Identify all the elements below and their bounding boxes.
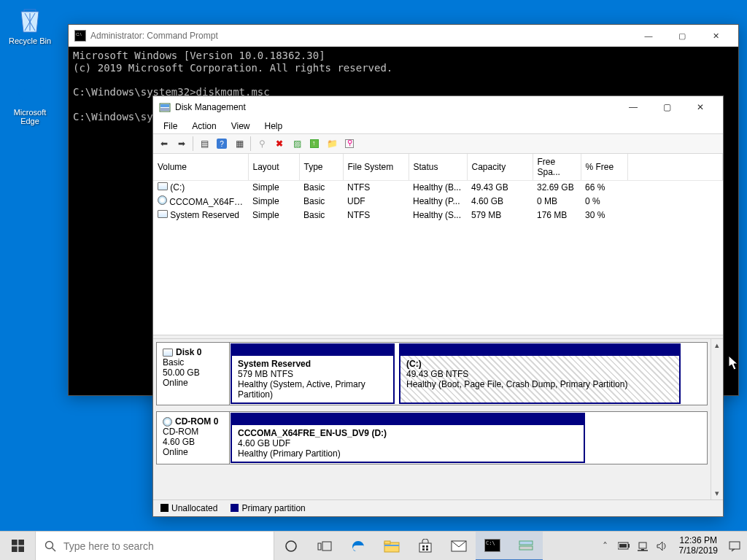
disk-name: Disk 0 bbox=[176, 347, 201, 357]
column-header[interactable]: Status bbox=[409, 154, 467, 181]
menu-action[interactable]: Action bbox=[186, 120, 222, 133]
svg-rect-10 bbox=[318, 543, 321, 550]
disk-kind: CD-ROM bbox=[163, 427, 223, 437]
volume-row[interactable]: CCCOMA_X64FRE...SimpleBasicUDFHealthy (P… bbox=[153, 194, 723, 209]
delete-icon[interactable]: ✖ bbox=[271, 136, 287, 152]
svg-rect-29 bbox=[729, 542, 740, 549]
svg-rect-13 bbox=[384, 541, 390, 544]
cmd-maximize-button[interactable]: ▢ bbox=[665, 25, 699, 47]
back-button[interactable]: ⬅ bbox=[156, 136, 172, 152]
battery-icon[interactable] bbox=[616, 532, 632, 561]
scroll-up-button[interactable]: ▴ bbox=[711, 339, 723, 351]
volume-row[interactable]: (C:)SimpleBasicNTFSHealthy (B...49.43 GB… bbox=[153, 181, 723, 195]
column-header[interactable]: Capacity bbox=[467, 154, 533, 181]
dm-maximize-button[interactable]: ▢ bbox=[650, 96, 684, 118]
partition-box[interactable]: (C:)49.43 GB NTFSHealthy (Boot, Page Fil… bbox=[399, 343, 681, 404]
partition-size: 579 MB NTFS bbox=[238, 369, 293, 379]
partition-title: System Reserved bbox=[238, 359, 311, 369]
svg-point-7 bbox=[46, 541, 53, 548]
partition-header bbox=[400, 345, 679, 356]
clock-time: 12:36 PM bbox=[679, 536, 718, 546]
mail-button[interactable] bbox=[442, 532, 476, 561]
partition-header bbox=[232, 345, 393, 356]
svg-point-9 bbox=[286, 541, 296, 551]
dm-close-button[interactable]: ✕ bbox=[684, 96, 717, 118]
column-header[interactable]: Type bbox=[299, 154, 343, 181]
graphical-view[interactable]: Disk 0Basic50.00 GBOnlineSystem Reserved… bbox=[153, 339, 723, 499]
volume-icon[interactable] bbox=[654, 532, 670, 561]
disk-header: Disk 0Basic50.00 GBOnline bbox=[157, 343, 230, 405]
legend-item: Primary partition bbox=[231, 503, 305, 513]
vertical-scrollbar[interactable]: ▴ ▾ bbox=[711, 339, 723, 499]
cd-icon bbox=[158, 195, 167, 205]
cmd-icon bbox=[74, 30, 86, 42]
svg-rect-14 bbox=[384, 545, 399, 546]
partition-title: CCCOMA_X64FRE_EN-US_DV9 (D:) bbox=[238, 428, 387, 438]
dm-minimize-button[interactable]: — bbox=[616, 96, 650, 118]
dm-menubar: FileActionViewHelp bbox=[153, 118, 723, 133]
menu-file[interactable]: File bbox=[158, 120, 183, 133]
partition-box[interactable]: System Reserved579 MB NTFSHealthy (Syste… bbox=[231, 343, 395, 404]
help-button[interactable]: ? bbox=[214, 136, 230, 152]
clock-date: 7/18/2019 bbox=[679, 546, 718, 556]
action-center-button[interactable] bbox=[727, 532, 743, 561]
column-header[interactable]: Layout bbox=[248, 154, 299, 181]
partition-box[interactable]: CCCOMA_X64FRE_EN-US_DV9 (D:)4.60 GB UDFH… bbox=[231, 413, 585, 463]
task-view-button[interactable] bbox=[308, 532, 341, 561]
recycle-bin-desktop-icon[interactable]: Recycle Bin bbox=[3, 3, 57, 45]
cmd-close-button[interactable]: ✕ bbox=[699, 25, 732, 47]
cmd-minimize-button[interactable]: — bbox=[632, 25, 665, 47]
properties-button[interactable]: ▦ bbox=[231, 136, 247, 152]
column-header[interactable]: % Free bbox=[581, 154, 627, 181]
system-tray: ˄ 12:36 PM 7/18/2019 bbox=[593, 532, 747, 560]
partition-status: Healthy (Boot, Page File, Crash Dump, Pr… bbox=[406, 379, 627, 389]
file-explorer-button[interactable] bbox=[375, 532, 409, 561]
column-header[interactable]: Volume bbox=[153, 154, 248, 181]
cortana-button[interactable] bbox=[274, 532, 308, 561]
svg-rect-0 bbox=[160, 104, 169, 107]
svg-rect-25 bbox=[619, 544, 627, 548]
menu-view[interactable]: View bbox=[225, 120, 256, 133]
action-up-icon[interactable]: ↑ bbox=[306, 136, 322, 152]
disk-row[interactable]: Disk 0Basic50.00 GBOnlineSystem Reserved… bbox=[156, 342, 708, 405]
forward-button[interactable]: ➡ bbox=[174, 136, 190, 152]
check-icon[interactable]: ▨ bbox=[289, 136, 305, 152]
show-hide-console-tree-button[interactable]: ▤ bbox=[196, 136, 212, 152]
disk-row[interactable]: CD-ROM 0CD-ROM4.60 GBOnlineCCCOMA_X64FRE… bbox=[156, 411, 708, 464]
svg-rect-11 bbox=[322, 542, 331, 551]
clock[interactable]: 12:36 PM 7/18/2019 bbox=[673, 536, 724, 556]
settings-icon[interactable]: ⚲ bbox=[341, 136, 357, 152]
dm-titlebar[interactable]: Disk Management — ▢ ✕ bbox=[153, 96, 723, 118]
legend-item: Unallocated bbox=[160, 503, 217, 513]
scroll-down-button[interactable]: ▾ bbox=[711, 487, 723, 499]
start-button[interactable] bbox=[0, 532, 35, 560]
network-icon[interactable] bbox=[635, 532, 651, 561]
column-header[interactable]: File System bbox=[343, 154, 409, 181]
svg-rect-19 bbox=[426, 548, 428, 551]
search-icon bbox=[44, 540, 56, 552]
store-button[interactable] bbox=[409, 532, 442, 561]
menu-help[interactable]: Help bbox=[259, 120, 289, 133]
refresh-button[interactable]: ⚲ bbox=[254, 136, 270, 152]
disk-management-window[interactable]: Disk Management — ▢ ✕ FileActionViewHelp… bbox=[152, 96, 724, 517]
cmd-titlebar[interactable]: Administrator: Command Prompt — ▢ ✕ bbox=[69, 25, 738, 47]
tray-overflow-button[interactable]: ˄ bbox=[597, 532, 614, 561]
cmd-taskbar-button[interactable]: C:\ bbox=[476, 532, 509, 561]
column-header[interactable]: Free Spa... bbox=[533, 154, 581, 181]
volume-row[interactable]: System ReservedSimpleBasicNTFSHealthy (S… bbox=[153, 209, 723, 222]
disk-management-taskbar-button[interactable] bbox=[509, 532, 543, 561]
folder-icon[interactable]: 📁 bbox=[324, 136, 340, 152]
partition-size: 49.43 GB NTFS bbox=[406, 369, 468, 379]
svg-line-8 bbox=[53, 548, 56, 551]
svg-rect-15 bbox=[419, 543, 431, 552]
dm-toolbar: ⬅ ➡ ▤ ? ▦ ⚲ ✖ ▨ ↑ 📁 ⚲ bbox=[153, 133, 723, 154]
recycle-bin-icon bbox=[14, 3, 46, 35]
edge-taskbar-button[interactable] bbox=[341, 532, 375, 561]
svg-rect-4 bbox=[18, 540, 24, 545]
partition-title: (C:) bbox=[406, 359, 422, 369]
microsoft-edge-desktop-icon[interactable]: MicrosoftEdge bbox=[3, 74, 57, 125]
taskbar-search[interactable]: Type here to search bbox=[35, 532, 274, 560]
volume-list[interactable]: VolumeLayoutTypeFile SystemStatusCapacit… bbox=[153, 154, 723, 335]
desktop-icon-label: MicrosoftEdge bbox=[3, 108, 57, 125]
svg-rect-24 bbox=[628, 544, 630, 548]
